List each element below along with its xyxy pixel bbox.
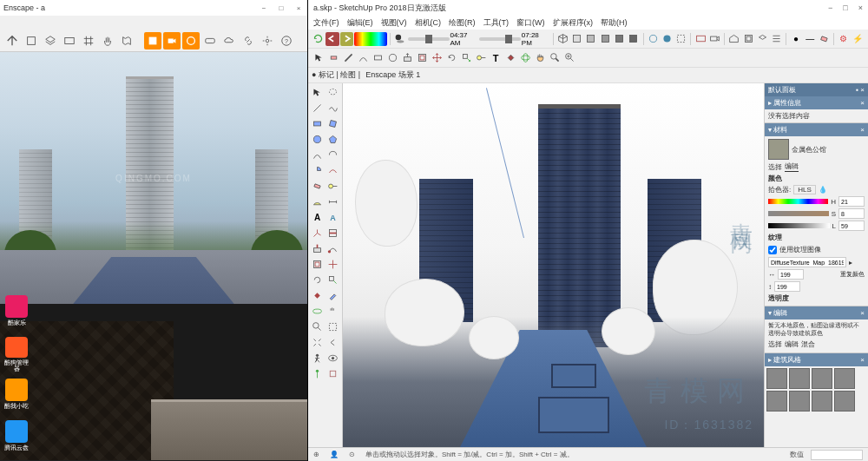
top-icon[interactable] — [570, 32, 583, 46]
slider-track[interactable] — [408, 37, 450, 41]
lt-walk-icon[interactable] — [310, 351, 325, 366]
lt-pie-icon[interactable] — [310, 163, 325, 178]
menu-draw[interactable]: 绘图(R) — [449, 17, 476, 29]
tab-edit[interactable]: 编辑 — [785, 161, 799, 172]
h-input[interactable] — [838, 196, 865, 207]
select-icon[interactable] — [312, 51, 326, 65]
right-icon[interactable] — [599, 32, 612, 46]
lt-rotrect-icon[interactable] — [326, 116, 340, 131]
lt-dim-icon[interactable] — [326, 194, 340, 209]
tool-settings-icon[interactable] — [259, 32, 276, 49]
lt-arc2-icon[interactable] — [326, 148, 340, 162]
lt-section-icon[interactable] — [326, 226, 340, 240]
undo-icon[interactable] — [326, 32, 339, 46]
text-icon[interactable]: T — [489, 51, 503, 65]
tex-width-input[interactable] — [778, 269, 804, 280]
line-icon[interactable]: — — [804, 32, 817, 46]
lt-axes-icon[interactable] — [310, 226, 325, 240]
lt-move-icon[interactable] — [326, 257, 340, 272]
tool-frame-icon[interactable] — [61, 32, 78, 49]
lt-prev-icon[interactable] — [326, 335, 340, 350]
orbit-icon[interactable] — [518, 51, 532, 65]
minimize-button[interactable]: − — [259, 3, 269, 13]
menu-tools[interactable]: 工具(T) — [483, 17, 510, 29]
eyedropper-icon[interactable]: 💧 — [819, 186, 827, 194]
style-thumb[interactable] — [812, 368, 832, 389]
style-thumb[interactable] — [812, 391, 832, 412]
lt-orbit-icon[interactable] — [310, 304, 325, 319]
tex-height-input[interactable] — [774, 281, 800, 292]
su-close-button[interactable]: × — [858, 3, 863, 12]
materials-header[interactable]: ▾ 材料 × — [765, 123, 868, 136]
lt-look-icon[interactable] — [326, 351, 340, 366]
color-bar-icon[interactable] — [354, 32, 387, 46]
sat-slider[interactable] — [768, 211, 829, 216]
tape-icon[interactable] — [474, 51, 488, 65]
close-icon[interactable]: × — [860, 126, 865, 134]
browse-icon[interactable]: ▸ — [849, 259, 852, 267]
xray-icon[interactable] — [674, 32, 687, 46]
eraser-icon[interactable] — [326, 51, 340, 65]
pushpull-icon[interactable] — [400, 51, 414, 65]
tool-box-icon[interactable] — [23, 32, 40, 49]
slider-track-2[interactable] — [479, 37, 521, 41]
lt-tape-icon[interactable] — [326, 179, 340, 194]
iso-icon[interactable] — [556, 32, 569, 46]
lt-sample-icon[interactable] — [326, 288, 340, 303]
tab-mix[interactable]: 混合 — [801, 340, 815, 349]
tray-header[interactable]: 默认面板 ▪ × — [765, 83, 868, 96]
lt-rotate-icon[interactable] — [310, 273, 325, 287]
lt-offset-icon[interactable] — [310, 257, 325, 272]
redo-icon[interactable] — [340, 32, 353, 46]
style-thumb[interactable] — [766, 368, 787, 389]
style-thumb[interactable] — [834, 391, 855, 412]
lt-text-icon[interactable]: A — [310, 210, 325, 225]
lt-arc-icon[interactable] — [310, 148, 325, 162]
style-thumb[interactable] — [766, 391, 787, 412]
desktop-icon-1[interactable]: 酷狗管理器 — [2, 337, 31, 372]
dot-icon[interactable]: ● — [789, 32, 802, 46]
person-icon[interactable]: 👤 — [330, 451, 339, 458]
tool-video-icon[interactable] — [163, 32, 181, 49]
pan-icon[interactable] — [533, 51, 547, 65]
desktop-icon-0[interactable]: 酷家乐 — [2, 295, 31, 330]
layers2-icon[interactable] — [756, 32, 769, 46]
style2-icon[interactable] — [661, 32, 674, 46]
arc-icon[interactable] — [356, 51, 370, 65]
component-icon[interactable] — [741, 32, 754, 46]
tool-grid-icon[interactable] — [80, 32, 97, 49]
lt-pan-icon[interactable] — [326, 304, 340, 319]
tool-map-icon[interactable] — [118, 32, 135, 49]
texture-file-input[interactable] — [768, 257, 846, 267]
rect-icon[interactable] — [371, 51, 385, 65]
tool-layers-icon[interactable] — [42, 32, 59, 49]
lt-scale-icon[interactable] — [326, 273, 340, 287]
hue-slider[interactable] — [768, 199, 828, 204]
picker-dropdown[interactable]: HLS — [793, 185, 816, 194]
shadow-icon[interactable] — [393, 32, 406, 46]
lt-zoomwin-icon[interactable] — [326, 319, 340, 334]
menu-extensions[interactable]: 扩展程序(x) — [553, 17, 594, 29]
lt-polygon-icon[interactable] — [326, 132, 340, 147]
menu-view[interactable]: 视图(V) — [381, 17, 407, 29]
desktop-icon-3[interactable]: 腾讯云盘 — [2, 420, 31, 455]
line2-icon[interactable] — [341, 51, 355, 65]
warehouse-icon[interactable] — [727, 32, 740, 46]
geo-icon[interactable]: ⊕ — [313, 451, 319, 458]
maximize-button[interactable]: □ — [276, 3, 286, 13]
lt-zoomext-icon[interactable] — [310, 335, 325, 350]
lt-rect-icon[interactable] — [310, 116, 325, 131]
tab-select[interactable]: 选择 — [768, 162, 782, 172]
tool-vr-icon[interactable] — [201, 32, 219, 49]
outliner-icon[interactable] — [770, 32, 783, 46]
s-input[interactable] — [838, 208, 865, 219]
menu-edit[interactable]: 编辑(E) — [347, 17, 373, 29]
style-thumb[interactable] — [789, 368, 810, 389]
tool-hand-icon[interactable] — [99, 32, 116, 49]
close-icon[interactable]: × — [860, 356, 865, 364]
lt-freehand-icon[interactable] — [326, 101, 340, 115]
enscape-scene[interactable]: Enscape 场景 1 — [365, 69, 420, 81]
measurement-input[interactable] — [811, 450, 863, 460]
lt-lasso-icon[interactable] — [326, 85, 340, 100]
use-texture-checkbox[interactable] — [768, 246, 777, 254]
